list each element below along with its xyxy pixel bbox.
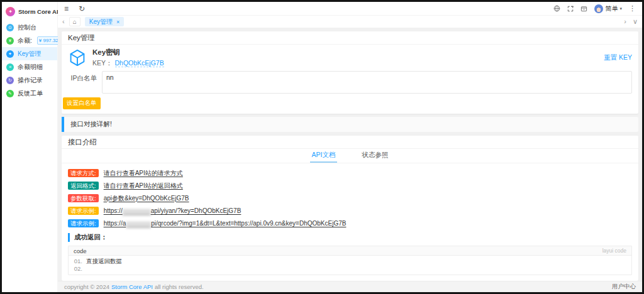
- code-block-title: code: [74, 248, 87, 254]
- fullscreen-icon[interactable]: [567, 6, 574, 12]
- user-center-link[interactable]: 用户中心: [612, 283, 636, 291]
- key-management-card: Key管理 Key密钥 KEY： DhQObKcEjG7B: [62, 31, 638, 114]
- user-avatar: [594, 4, 603, 13]
- user-menu[interactable]: 简单 ▾: [594, 4, 622, 13]
- sidebar-item-balance[interactable]: ¥ 余额: ¥ 997.32: [2, 34, 57, 47]
- api-row-request-example-1: 请求示例: https://xxxxxxxxxapi/yiyan/?key=Dh…: [68, 206, 632, 215]
- request-example-badge: 请求示例:: [68, 219, 99, 228]
- balance-amount-badge: ¥ 997.32: [37, 36, 60, 45]
- record-icon: ↻: [6, 77, 14, 84]
- return-format-text[interactable]: 请自行查看API站的返回格式: [104, 182, 183, 190]
- close-icon[interactable]: ×: [116, 19, 119, 25]
- card-title: Key管理: [62, 31, 638, 45]
- sidebar-item-label: 反馈工单: [18, 89, 43, 98]
- reset-key-link[interactable]: 重置 KEY: [604, 53, 632, 62]
- logo-text: Storm Core API: [18, 8, 62, 15]
- feedback-icon: ✎: [6, 90, 14, 97]
- set-whitelist-button[interactable]: 设置白名单: [63, 97, 101, 109]
- code-line: 02.: [69, 265, 631, 273]
- request-example-badge: 请求示例:: [68, 207, 99, 215]
- sidebar-item-label: Key管理: [18, 50, 41, 58]
- ip-whitelist-textarea[interactable]: nn: [102, 71, 632, 94]
- success-return-label: 成功返回：: [68, 233, 632, 242]
- sidebar-item-label: 余额明细: [18, 63, 43, 72]
- line-number: 01.: [69, 258, 86, 265]
- main-area: ≡ ↻ 简单 ▾ ⋮: [58, 2, 642, 292]
- sidebar-item-console[interactable]: ⊙ 控制台: [2, 21, 57, 34]
- footer: copyright © 2024 Storm Core API all righ…: [58, 281, 642, 292]
- sidebar-item-label: 余额:: [18, 36, 32, 45]
- sidebar-item-label: 操作记录: [18, 76, 43, 85]
- tab-key-management[interactable]: Key管理 ×: [85, 17, 125, 26]
- code-line: 01. 直接返回数据: [69, 258, 631, 265]
- footer-brand-link[interactable]: Storm Core API: [111, 283, 153, 290]
- chevron-down-icon: ▾: [619, 6, 622, 11]
- request-method-text[interactable]: 请自行查看API站的请求方式: [104, 169, 183, 178]
- sidebar-item-operation-records[interactable]: ↻ 操作记录: [2, 74, 57, 87]
- tabs-scroll-left-icon[interactable]: ‹: [62, 18, 65, 25]
- tabbar: ‹ ⌂ Key管理 × › ∨: [58, 16, 642, 28]
- code-text: 直接返回数据: [86, 258, 122, 265]
- sidebar-item-key-management[interactable]: ✦ Key管理: [2, 47, 57, 60]
- logo: ✦ Storm Core API: [2, 2, 57, 21]
- key-icon: ✦: [6, 50, 14, 58]
- code-block-watermark: layui code: [602, 248, 626, 254]
- sidebar: ✦ Storm Core API ⊙ 控制台 ¥ 余额: ¥ 997.32 ✦ …: [2, 2, 58, 292]
- archive-box-icon[interactable]: [580, 5, 587, 12]
- sidebar-item-label: 控制台: [18, 23, 36, 32]
- page-content: Key管理 Key密钥 KEY： DhQObKcEjG7B: [58, 28, 642, 281]
- copyright-prefix: copyright © 2024: [64, 283, 109, 290]
- balance-icon: ¥: [6, 37, 14, 45]
- tab-api-doc[interactable]: API文档: [310, 149, 338, 163]
- request-method-badge: 请求方式:: [68, 169, 99, 178]
- param-get-badge: 参数获取:: [68, 194, 99, 203]
- key-secret-title: Key密钥: [92, 48, 164, 57]
- sidebar-item-feedback-ticket[interactable]: ✎ 反馈工单: [2, 87, 57, 100]
- api-intro-card: 接口介绍 API文档 状态参照 请求方式: 请自行查看API站的请求方式 返回格…: [62, 136, 638, 281]
- param-get-text[interactable]: api参数&key=DhQObKcEjG7B: [104, 194, 189, 203]
- copyright-suffix: all rights reserved.: [155, 283, 204, 290]
- console-icon: ⊙: [6, 24, 14, 31]
- tab-label: Key管理: [89, 18, 113, 26]
- request-example-url[interactable]: https://xxxxxxxxxapi/yiyan/?key=DhQObKcE…: [104, 207, 242, 214]
- key-value[interactable]: DhQObKcEjG7B: [115, 59, 164, 67]
- line-number: 02.: [69, 265, 86, 273]
- refresh-icon[interactable]: ↻: [79, 5, 85, 13]
- app-window: ✦ Storm Core API ⊙ 控制台 ¥ 余额: ¥ 997.32 ✦ …: [2, 2, 642, 292]
- api-row-param-get: 参数获取: api参数&key=DhQObKcEjG7B: [68, 193, 632, 203]
- api-row-return-format: 返回格式: 请自行查看API站的返回格式: [68, 181, 632, 190]
- cube-key-icon: [68, 48, 87, 67]
- tabs-scroll-right-icon[interactable]: ›: [624, 18, 626, 25]
- api-docking-notice: 接口对接详解!: [62, 117, 638, 132]
- sidebar-item-balance-details[interactable]: ≡ 余额明细: [2, 60, 57, 74]
- redacted-url-segment: xxxxxxxx: [126, 220, 151, 227]
- language-globe-icon[interactable]: [553, 5, 560, 12]
- tab-status-reference[interactable]: 状态参照: [360, 149, 390, 163]
- username: 简单: [605, 4, 618, 13]
- doc-tabs: API文档 状态参照: [62, 149, 638, 163]
- detail-icon: ≡: [6, 63, 14, 71]
- card-title: 接口介绍: [62, 136, 638, 149]
- ip-whitelist-label: IP白名单: [68, 71, 97, 94]
- more-options-icon[interactable]: ⋮: [629, 4, 636, 13]
- key-label: KEY：: [92, 59, 113, 68]
- topbar: ≡ ↻ 简单 ▾ ⋮: [58, 2, 642, 16]
- api-row-request-method: 请求方式: 请自行查看API站的请求方式: [68, 168, 632, 178]
- home-tab-icon[interactable]: ⌂: [69, 17, 80, 26]
- collapse-menu-icon[interactable]: ≡: [64, 5, 69, 13]
- return-format-badge: 返回格式:: [68, 182, 99, 190]
- logo-icon: ✦: [6, 7, 15, 16]
- tabs-menu-icon[interactable]: ∨: [633, 18, 638, 25]
- code-block: code layui code 01. 直接返回数据 02.: [68, 246, 632, 275]
- api-row-request-example-2: 请求示例: https://axxxxxxxxpi/qrcode/?img=1&…: [68, 219, 632, 228]
- redacted-url-segment: xxxxxxxxx: [123, 207, 151, 214]
- request-example-url[interactable]: https://axxxxxxxxpi/qrcode/?img=1&dt=L&t…: [104, 220, 347, 227]
